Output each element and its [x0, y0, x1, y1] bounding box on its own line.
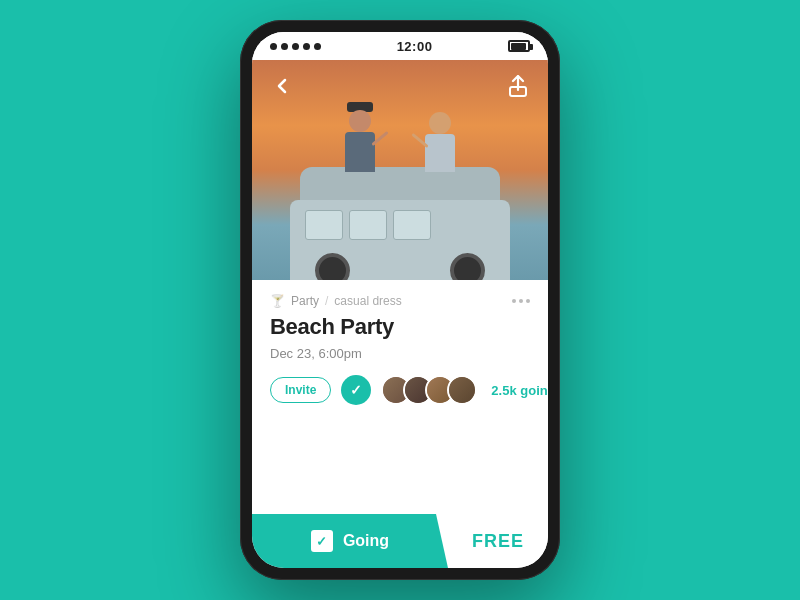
category-left: 🍸 Party / casual dress — [270, 294, 402, 308]
battery-icon — [508, 40, 530, 52]
content-area: 🍸 Party / casual dress Beach Party Dec 2… — [252, 280, 548, 514]
avatar — [447, 375, 477, 405]
event-title: Beach Party — [270, 314, 530, 340]
signal-dot — [303, 43, 310, 50]
more-options-button[interactable] — [512, 299, 530, 303]
attendees-row: Invite ✓ — [270, 375, 530, 405]
going-icon: ✓ — [311, 530, 333, 552]
checkmark-icon: ✓ — [350, 382, 362, 398]
going-check-indicator: ✓ — [341, 375, 371, 405]
signal-dot — [281, 43, 288, 50]
van-wheel-right — [450, 253, 485, 280]
signal-dot — [270, 43, 277, 50]
more-dot — [526, 299, 530, 303]
invite-button[interactable]: Invite — [270, 377, 331, 403]
van-windows — [305, 210, 431, 240]
signal-dot — [292, 43, 299, 50]
free-price-section[interactable]: FREE — [448, 514, 548, 568]
cocktail-icon: 🍸 — [270, 294, 285, 308]
van-window — [305, 210, 343, 240]
status-bar: 12:00 — [252, 32, 548, 60]
separator: / — [325, 294, 328, 308]
category-label: Party — [291, 294, 319, 308]
van-wheel-left — [315, 253, 350, 280]
van-window — [393, 210, 431, 240]
category-row: 🍸 Party / casual dress — [270, 294, 530, 308]
person-head — [429, 112, 451, 134]
person-arm — [411, 133, 428, 148]
dress-code-label: casual dress — [334, 294, 401, 308]
person-body — [425, 134, 455, 172]
battery-fill — [511, 43, 526, 50]
signal-dot — [314, 43, 321, 50]
people-illustration — [340, 102, 460, 172]
person-left — [345, 132, 375, 172]
person-arm — [371, 131, 388, 146]
phone-frame: 12:00 — [240, 20, 560, 580]
person-right — [425, 134, 455, 172]
more-dot — [512, 299, 516, 303]
van-window — [349, 210, 387, 240]
event-date: Dec 23, 6:00pm — [270, 346, 530, 361]
phone-screen: 12:00 — [252, 32, 548, 568]
signal-indicator — [270, 43, 321, 50]
van-illustration — [290, 170, 510, 280]
back-button[interactable] — [266, 70, 298, 102]
hero-image — [252, 60, 548, 280]
van-roof — [300, 167, 500, 202]
share-button[interactable] — [502, 70, 534, 102]
going-count: 2.5k going — [491, 383, 548, 398]
action-bar: ✓ Going FREE — [252, 514, 548, 568]
person-head — [349, 110, 371, 132]
status-time: 12:00 — [397, 39, 433, 54]
status-right-icons — [508, 40, 530, 52]
attendee-avatars — [381, 375, 477, 405]
person-body — [345, 132, 375, 172]
going-label: Going — [343, 532, 389, 550]
avatar-face — [449, 377, 475, 403]
more-dot — [519, 299, 523, 303]
going-button[interactable]: ✓ Going — [252, 514, 448, 568]
free-label: FREE — [472, 531, 524, 552]
going-checkmark-icon: ✓ — [316, 534, 327, 549]
